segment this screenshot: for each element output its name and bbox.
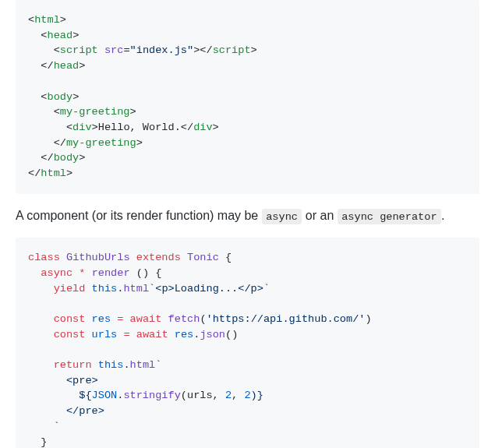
code-tag: div <box>72 122 91 133</box>
code-text <box>28 283 54 295</box>
code-text: > <box>60 14 66 26</box>
code-text: . <box>123 359 129 371</box>
inline-code: async generator <box>338 209 441 224</box>
code-text <box>130 329 136 340</box>
code-kw: return <box>54 359 92 371</box>
code-this: this <box>98 359 124 371</box>
code-block-js: class GithubUrls extends Tonic { async *… <box>16 238 479 448</box>
code-kw: async <box>41 267 72 279</box>
code-fn: html <box>130 359 156 371</box>
code-text: > <box>213 122 219 133</box>
code-string: ` <box>28 421 60 432</box>
code-text <box>168 329 175 340</box>
code-text: ></ <box>193 44 212 56</box>
code-num: 2 <box>225 390 232 401</box>
code-kw: extends <box>136 252 181 263</box>
prose-paragraph: A component (or its render function) may… <box>16 206 479 225</box>
code-attr: src <box>98 44 124 56</box>
code-text: >Hello, World.</ <box>92 122 194 133</box>
prose-text: . <box>441 209 444 222</box>
code-text: > <box>251 44 257 56</box>
code-string: )} <box>251 390 263 401</box>
prose-text: A component (or its render function) may… <box>16 209 262 222</box>
code-var: JSON <box>92 390 118 401</box>
code-text <box>161 313 168 325</box>
code-class: GithubUrls <box>66 252 130 263</box>
code-text: </ <box>28 60 54 72</box>
code-text: < <box>28 44 60 56</box>
code-kw: yield <box>54 283 86 295</box>
code-tag: my-greeting <box>66 137 136 149</box>
code-num: 2 <box>244 390 250 401</box>
code-tag: body <box>54 152 80 164</box>
code-text: </ <box>28 168 41 179</box>
code-fn: render <box>92 267 130 279</box>
code-text: > <box>72 30 79 41</box>
code-text: ) <box>366 313 372 325</box>
code-text <box>28 329 54 340</box>
code-this: this <box>92 283 118 295</box>
code-text <box>85 283 91 295</box>
code-fn: stringify <box>123 390 180 401</box>
code-kw: await <box>136 329 168 340</box>
code-text: > <box>79 152 85 164</box>
code-text: > <box>79 60 85 72</box>
code-string: 'https://api.github.com/' <box>207 313 366 325</box>
code-block-html: <html> <head> <script src="index.js"></s… <box>16 0 479 194</box>
code-text: (urls, <box>181 390 225 401</box>
code-text: > <box>136 137 143 149</box>
code-string: ${ <box>28 390 92 401</box>
code-tag: head <box>54 60 80 72</box>
code-tag: html <box>41 168 66 179</box>
code-string: `<p>Loading...</p>` <box>149 283 270 295</box>
code-text <box>28 267 41 279</box>
code-text: { <box>219 252 232 263</box>
code-fn: json <box>200 329 225 340</box>
code-text: </ <box>28 152 54 164</box>
code-text: < <box>28 106 60 118</box>
code-var: urls <box>92 329 118 340</box>
prose-text: or an <box>302 209 337 222</box>
code-class: Tonic <box>187 252 219 263</box>
code-text: < <box>28 91 47 103</box>
code-text: > <box>72 91 79 103</box>
code-text <box>181 252 187 263</box>
code-string: </pre> <box>28 405 104 417</box>
code-var: res <box>92 313 111 325</box>
code-text: } <box>28 436 47 448</box>
code-text: < <box>28 122 72 133</box>
code-text: ( <box>200 313 206 325</box>
code-text <box>130 252 136 263</box>
code-fn: fetch <box>168 313 200 325</box>
code-text <box>123 313 129 325</box>
code-text <box>85 267 91 279</box>
code-text: > <box>66 168 72 179</box>
code-text: () { <box>130 267 162 279</box>
code-text: < <box>28 14 34 26</box>
code-tag: head <box>47 30 72 41</box>
code-string: ` <box>155 359 161 371</box>
code-text <box>28 359 54 371</box>
code-tag: my-greeting <box>60 106 130 118</box>
code-tag: script <box>60 44 98 56</box>
code-text: < <box>28 30 47 41</box>
code-var: res <box>175 329 193 340</box>
code-text: > <box>130 106 136 118</box>
code-text: , <box>232 390 244 401</box>
code-tag: script <box>213 44 251 56</box>
code-string: "index.js" <box>130 44 194 56</box>
code-kw: class <box>28 252 60 263</box>
code-string: <pre> <box>28 375 98 386</box>
code-text <box>85 329 91 340</box>
inline-code: async <box>262 209 302 224</box>
code-text <box>60 252 66 263</box>
code-op: = <box>123 329 129 340</box>
code-tag: div <box>193 122 212 133</box>
code-text: () <box>225 329 238 340</box>
code-text <box>85 313 91 325</box>
code-text <box>28 313 54 325</box>
code-text <box>92 359 98 371</box>
code-kw: const <box>54 329 86 340</box>
code-kw: await <box>130 313 162 325</box>
code-text: </ <box>28 137 66 149</box>
